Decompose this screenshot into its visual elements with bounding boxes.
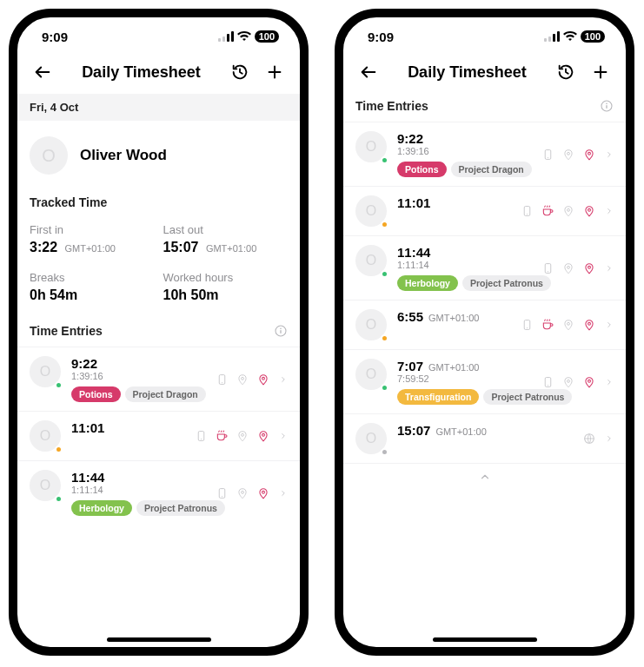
cup-icon: [541, 318, 554, 332]
svg-point-28: [568, 152, 570, 155]
metric-first-in: First in 3:22 GMT+01:00: [30, 223, 155, 255]
battery-icon: 100: [255, 30, 279, 43]
svg-point-45: [588, 380, 591, 382]
entry-time: 11:44: [71, 470, 104, 485]
content-scroll[interactable]: Fri, 4 Oct O Oliver Wood Tracked Time Fi…: [17, 94, 300, 647]
pin-off-icon: [236, 486, 249, 500]
info-icon[interactable]: [274, 324, 288, 338]
phone-right: 9:09 100 Daily Timesheet Time Entrie: [335, 9, 634, 656]
home-indicator[interactable]: [107, 637, 211, 642]
user-row[interactable]: O Oliver Wood: [17, 121, 300, 190]
svg-rect-0: [218, 38, 221, 42]
cup-icon: [541, 204, 554, 218]
svg-point-43: [547, 384, 548, 385]
svg-rect-22: [557, 31, 560, 42]
time-entry-row[interactable]: O9:221:39:16PotionsProject Dragon: [17, 347, 300, 411]
entry-time: 11:01: [397, 195, 430, 210]
time-entry-row[interactable]: O9:221:39:16PotionsProject Dragon: [343, 122, 626, 186]
svg-point-32: [568, 208, 570, 211]
avatar: O: [30, 136, 68, 175]
chip: Project Dragon: [451, 162, 532, 177]
time-entry-row[interactable]: O15:07GMT+01:00: [343, 413, 626, 463]
entry-tz: GMT+01:00: [428, 313, 479, 323]
tracked-time-heading: Tracked Time: [17, 190, 300, 218]
status-dot-icon: [381, 270, 388, 278]
time-entry-row[interactable]: O11:01: [17, 411, 300, 460]
svg-rect-6: [280, 330, 281, 334]
svg-rect-19: [544, 38, 547, 42]
pin-on-icon: [256, 486, 270, 500]
pin-on-icon: [582, 375, 596, 389]
add-button[interactable]: [588, 59, 614, 85]
status-dot-icon: [55, 446, 63, 453]
info-icon[interactable]: [600, 99, 614, 113]
entry-time: 11:44: [397, 245, 430, 260]
svg-point-27: [547, 156, 548, 157]
collapse-button[interactable]: [343, 463, 626, 486]
nav-bar: Daily Timesheet: [343, 56, 626, 94]
svg-point-37: [588, 266, 591, 268]
entry-tz: GMT+01:00: [435, 426, 486, 437]
add-button[interactable]: [262, 59, 288, 85]
history-button[interactable]: [227, 59, 253, 85]
svg-point-9: [242, 377, 244, 380]
metric-worked: Worked hours 10h 50m: [163, 271, 289, 303]
svg-rect-25: [606, 105, 607, 109]
time-entry-row[interactable]: O11:441:11:14HerbologyProject Patronus: [17, 460, 300, 525]
entry-time: 6:55: [397, 309, 423, 324]
svg-point-10: [262, 377, 265, 380]
chip: Transfiguration: [397, 389, 479, 405]
entry-time: 15:07: [397, 423, 430, 438]
time-entry-row[interactable]: O6:55GMT+01:00: [343, 300, 626, 349]
entry-time: 11:01: [71, 420, 104, 435]
svg-point-44: [568, 380, 570, 382]
chevron-right-icon: [605, 262, 614, 274]
nav-bar: Daily Timesheet: [17, 56, 300, 94]
device-icon: [215, 486, 229, 500]
svg-point-12: [200, 439, 201, 439]
svg-point-36: [568, 266, 570, 268]
pin-off-icon: [561, 375, 575, 389]
time-entry-row[interactable]: O11:441:11:14HerbologyProject Patronus: [343, 235, 626, 300]
pin-off-icon: [561, 261, 575, 275]
svg-rect-20: [548, 36, 551, 42]
time-entry-row[interactable]: O11:01: [343, 186, 626, 235]
cup-icon: [215, 429, 229, 443]
pin-off-icon: [561, 318, 575, 332]
svg-point-8: [221, 381, 222, 382]
svg-point-39: [526, 327, 527, 328]
time-entry-row[interactable]: O7:07GMT+01:007:59:52TransfigurationProj…: [343, 349, 626, 413]
svg-rect-1: [222, 36, 225, 42]
pin-on-icon: [582, 261, 596, 275]
status-dot-icon: [381, 384, 388, 392]
back-button[interactable]: [30, 59, 56, 85]
chevron-right-icon: [605, 149, 614, 161]
metric-breaks: Breaks 0h 54m: [30, 271, 155, 303]
battery-icon: 100: [581, 30, 605, 43]
pin-off-icon: [561, 204, 575, 218]
chip: Potions: [397, 162, 447, 177]
globe-icon: [582, 432, 596, 446]
entry-time: 9:22: [71, 356, 97, 371]
history-button[interactable]: [553, 59, 579, 85]
home-indicator[interactable]: [433, 637, 537, 642]
tracked-grid: First in 3:22 GMT+01:00 Last out 15:07 G…: [17, 218, 300, 319]
svg-rect-2: [227, 34, 229, 42]
chevron-right-icon: [605, 205, 614, 217]
pin-on-icon: [256, 373, 270, 386]
status-dot-icon: [381, 221, 388, 228]
pin-off-icon: [561, 148, 575, 162]
pin-on-icon: [256, 429, 270, 443]
svg-point-29: [588, 152, 591, 155]
pin-on-icon: [582, 204, 596, 218]
content-scroll[interactable]: Time Entries O9:221:39:16PotionsProject …: [343, 94, 626, 647]
time-entries-heading: Time Entries: [355, 99, 428, 113]
svg-point-13: [242, 433, 244, 436]
svg-rect-21: [553, 34, 555, 42]
chevron-right-icon: [279, 430, 288, 442]
status-time: 9:09: [368, 30, 394, 44]
chevron-right-icon: [605, 376, 614, 388]
signal-icon: [218, 31, 234, 42]
back-button[interactable]: [355, 59, 382, 85]
user-name: Oliver Wood: [80, 147, 167, 164]
